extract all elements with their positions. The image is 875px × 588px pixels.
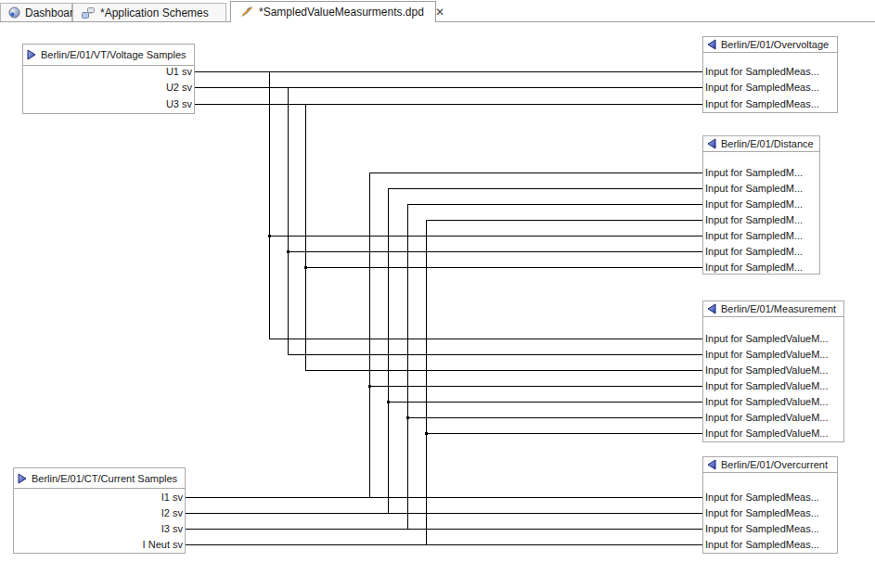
input-pin[interactable]: Input for SampledM... [705,260,817,275]
wire-junction [368,385,371,388]
input-pin[interactable]: Input for SampledMeas... [705,505,835,520]
block-overvoltage[interactable]: Berlin/E/01/OvervoltageInput for Sampled… [702,36,838,113]
block-header: Berlin/E/01/Distance [703,136,819,152]
tab-dashboard[interactable]: Dashboard [0,3,72,21]
block-title: Berlin/E/01/Measurement [721,303,836,314]
block-current-samples[interactable]: Berlin/E/01/CT/Current SamplesI1 svI2 sv… [13,467,186,554]
triangle-right-icon [18,473,27,484]
output-pin[interactable]: I Neut sv [16,537,183,552]
wire-junction [287,250,290,253]
input-pin[interactable]: Input for SampledM... [705,165,817,180]
input-pin[interactable]: Input for SampledM... [705,244,817,259]
triangle-left-icon [707,39,716,50]
triangle-left-icon [707,138,716,149]
triangle-left-icon [707,459,716,470]
input-pin[interactable]: Input for SampledValueM... [705,426,842,441]
block-title: Berlin/E/01/VT/Voltage Samples [41,49,187,60]
output-pin[interactable]: U2 sv [25,80,192,95]
output-pin[interactable]: I3 sv [16,521,183,536]
block-header: Berlin/E/01/CT/Current Samples [14,468,185,489]
block-header: Berlin/E/01/VT/Voltage Samples [23,45,194,66]
input-pin[interactable]: Input for SampledValueM... [705,347,842,362]
diagram-canvas[interactable]: Berlin/E/01/VT/Voltage SamplesU1 svU2 sv… [0,0,875,588]
input-pin[interactable]: Input for SampledValueM... [705,394,842,409]
triangle-left-icon [707,303,716,314]
input-pin[interactable]: Input for SampledValueM... [705,331,842,346]
input-pin[interactable]: Input for SampledMeas... [705,64,835,79]
block-title: Berlin/E/01/Overcurrent [721,459,828,470]
tab-label: Dashboard [25,6,80,19]
output-pin[interactable]: U3 sv [25,96,192,111]
close-icon[interactable]: ✕ [433,6,446,19]
input-pin[interactable]: Input for SampledM... [705,197,817,211]
tab-sampledvaluemeasurments-dpd[interactable]: *SampledValueMeasurments.dpd ✕ [230,1,436,22]
block-title: Berlin/E/01/Distance [721,138,814,149]
dpd-document-icon [239,6,254,19]
editor-tab-bar: Dashboard *Application Schemes *SampledV… [0,0,875,22]
input-pin[interactable]: Input for SampledM... [705,212,817,227]
block-distance[interactable]: Berlin/E/01/DistanceInput for SampledM..… [702,135,820,275]
block-title: Berlin/E/01/CT/Current Samples [32,473,177,484]
input-pin[interactable]: Input for SampledMeas... [705,80,835,95]
output-pin[interactable]: I1 sv [16,490,183,505]
input-pin[interactable]: Input for SampledMeas... [705,537,835,552]
tab-label: *SampledValueMeasurments.dpd [259,6,424,19]
input-pin[interactable]: Input for SampledMeas... [705,490,835,505]
wire-junction [406,416,409,419]
wire-junction [425,432,428,435]
tab-application-schemes[interactable]: *Application Schemes [72,3,226,21]
wire-junction [304,266,307,269]
input-pin[interactable]: Input for SampledMeas... [705,96,835,111]
triangle-right-icon [27,49,36,60]
globe-dashboard-icon [8,6,20,19]
input-pin[interactable]: Input for SampledValueM... [705,363,842,377]
wire-junction [387,401,390,403]
tab-label: *Application Schemes [100,6,209,19]
block-measurement[interactable]: Berlin/E/01/MeasurementInput for Sampled… [702,300,844,442]
block-header: Berlin/E/01/Measurement [703,301,843,317]
application-scheme-icon [81,6,96,19]
block-voltage-samples[interactable]: Berlin/E/01/VT/Voltage SamplesU1 svU2 sv… [22,44,195,114]
input-pin[interactable]: Input for SampledM... [705,181,817,196]
wire-junction [268,235,271,237]
block-header: Berlin/E/01/Overcurrent [703,457,837,473]
input-pin[interactable]: Input for SampledMeas... [705,521,835,536]
block-title: Berlin/E/01/Overvoltage [721,39,829,50]
input-pin[interactable]: Input for SampledValueM... [705,410,842,425]
input-pin[interactable]: Input for SampledValueM... [705,378,842,393]
block-overcurrent[interactable]: Berlin/E/01/OvercurrentInput for Sampled… [702,456,838,554]
block-header: Berlin/E/01/Overvoltage [703,37,837,53]
input-pin[interactable]: Input for SampledM... [705,228,817,243]
output-pin[interactable]: U1 sv [25,64,192,79]
output-pin[interactable]: I2 sv [16,505,183,520]
